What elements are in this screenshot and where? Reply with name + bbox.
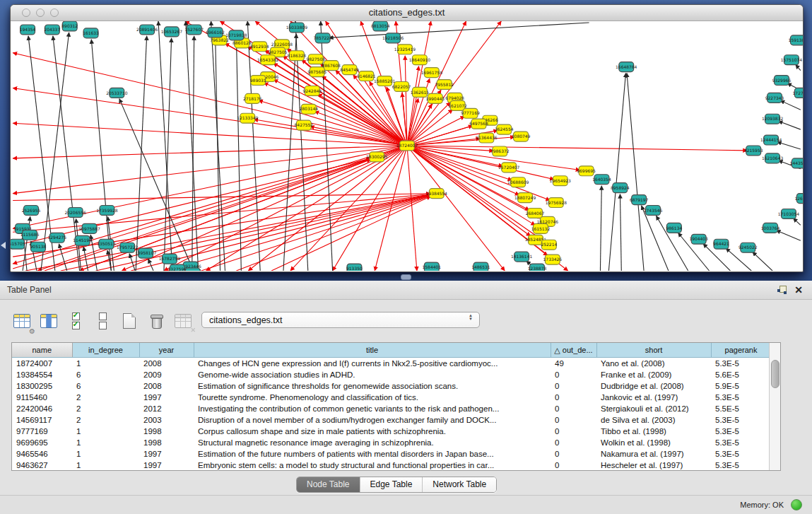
- select-all-icon[interactable]: [65, 310, 86, 332]
- graph-node[interactable]: 1733426: [543, 255, 563, 264]
- graph-node[interactable]: 15751074: [781, 55, 803, 65]
- graph-node[interactable]: 3624554: [495, 124, 514, 134]
- graph-node[interactable]: 1443549: [790, 158, 803, 168]
- table-row[interactable]: 977716911998Corpus callosum shape and si…: [12, 426, 771, 437]
- graph-node[interactable]: 18807249: [514, 193, 536, 203]
- tab-edge-table[interactable]: Edge Table: [360, 477, 423, 492]
- graph-node[interactable]: 12093832: [762, 114, 784, 124]
- graph-node[interactable]: 20206556: [65, 208, 87, 218]
- graph-node[interactable]: 8215953: [744, 146, 763, 156]
- graph-node[interactable]: 1350513: [97, 239, 116, 249]
- graph-node[interactable]: 6879197: [630, 195, 649, 205]
- graph-node[interactable]: 10688609: [507, 177, 529, 187]
- graph-node[interactable]: 16033809: [286, 23, 308, 33]
- graph-node[interactable]: 9227343: [765, 93, 784, 103]
- graph-node[interactable]: 2718176: [243, 93, 262, 103]
- graph-node[interactable]: 1591380: [789, 35, 803, 45]
- tab-network-table[interactable]: Network Table: [423, 477, 496, 492]
- graph-node[interactable]: 1081130: [183, 268, 202, 271]
- table-row[interactable]: 1456911722003Disruption of a novel membe…: [12, 414, 771, 426]
- graph-node[interactable]: 964421: [713, 239, 729, 249]
- table-row[interactable]: 1830029562008Estimation of significance …: [12, 380, 771, 392]
- graph-node[interactable]: 1486531: [471, 262, 490, 271]
- graph-node[interactable]: 1003764: [761, 223, 780, 233]
- table-vertical-scrollbar[interactable]: [769, 343, 780, 470]
- graph-node[interactable]: 194354: [20, 25, 36, 35]
- graph-node[interactable]: 9777169: [461, 108, 480, 118]
- float-panel-icon[interactable]: [775, 284, 788, 296]
- graph-node[interactable]: 10653267: [161, 27, 183, 37]
- graph-node[interactable]: 905138: [30, 242, 47, 252]
- graph-node[interactable]: 1527607: [184, 25, 204, 35]
- graph-node[interactable]: 1263146: [795, 194, 803, 204]
- table-options-icon[interactable]: ⚙: [11, 310, 33, 332]
- graph-node[interactable]: 1743546: [644, 206, 663, 216]
- graph-node[interactable]: 8958924: [611, 183, 630, 193]
- column-header-out_de[interactable]: △ out_de...: [551, 343, 596, 358]
- graph-node[interactable]: 2803144: [300, 104, 319, 114]
- graph-node[interactable]: 1640354: [592, 175, 611, 185]
- window-titlebar[interactable]: citations_edges.txt: [11, 5, 803, 21]
- memory-status-indicator[interactable]: [791, 499, 802, 510]
- graph-node[interactable]: 161633: [83, 28, 99, 38]
- graph-node[interactable]: 9242848: [302, 86, 322, 95]
- graph-node[interactable]: 8454749: [340, 65, 359, 75]
- graph-node[interactable]: 252214: [541, 240, 557, 250]
- column-header-in_degree[interactable]: in_degree: [72, 343, 139, 358]
- tab-node-table[interactable]: Node Table: [297, 477, 360, 492]
- graph-node[interactable]: 6966162: [206, 28, 225, 37]
- graph-node[interactable]: 913350: [346, 264, 363, 271]
- graph-node[interactable]: 20533710: [106, 88, 128, 98]
- collapse-panel-arrow-icon[interactable]: [1, 242, 6, 249]
- table-row[interactable]: 911546021997Tourette syndrome. Phenomeno…: [12, 392, 771, 403]
- scrollbar-thumb[interactable]: [771, 360, 779, 388]
- graph-node[interactable]: 9245022: [739, 243, 758, 252]
- graph-node[interactable]: 1145194: [73, 235, 92, 245]
- table-row[interactable]: 946362711997Embryonic stem cells: a mode…: [12, 460, 771, 471]
- unselect-all-icon[interactable]: [92, 310, 113, 332]
- close-panel-icon[interactable]: ✕: [792, 284, 805, 296]
- graph-node[interactable]: 7857224: [313, 33, 332, 43]
- graph-node[interactable]: 989031: [250, 76, 266, 86]
- graph-node[interactable]: 1115686: [20, 230, 40, 240]
- graph-node[interactable]: 7955812: [435, 80, 454, 90]
- graph-node[interactable]: 9699695: [577, 166, 596, 176]
- graph-node[interactable]: 1904403: [689, 234, 708, 244]
- table-row[interactable]: 969969511998Structural magnetic resonanc…: [12, 437, 771, 448]
- graph-node[interactable]: 8427552: [295, 120, 314, 130]
- graph-node[interactable]: 12325419: [394, 45, 416, 54]
- graph-node[interactable]: 1080749: [512, 132, 531, 141]
- show-columns-icon[interactable]: [38, 310, 59, 332]
- graph-node[interactable]: 8912934: [250, 42, 269, 52]
- delete-table-icon[interactable]: [146, 310, 167, 332]
- graph-node[interactable]: 18640910: [409, 55, 431, 65]
- graph-node[interactable]: 890312: [61, 21, 78, 31]
- table-row[interactable]: 2242004622012Investigating the contribut…: [12, 403, 771, 414]
- column-header-year[interactable]: year: [139, 343, 194, 358]
- graph-node[interactable]: 19384554: [426, 189, 448, 199]
- graph-node[interactable]: 515705: [11, 239, 25, 249]
- graph-node[interactable]: 2526955: [22, 206, 41, 216]
- graph-node[interactable]: 8813054: [371, 21, 390, 31]
- table-row[interactable]: 1938455462009Genome-wide association stu…: [12, 369, 771, 380]
- graph-node[interactable]: 17103054: [778, 209, 800, 218]
- column-header-pagerank[interactable]: pagerank: [711, 343, 771, 358]
- graph-node[interactable]: 1584401: [423, 262, 442, 271]
- graph-node[interactable]: 204337: [44, 25, 60, 35]
- network-view-window[interactable]: citations_edges.txt 18724007183002951938…: [10, 4, 804, 272]
- graph-node[interactable]: 9875685: [307, 67, 326, 77]
- graph-node[interactable]: 986134: [666, 223, 682, 233]
- graph-node[interactable]: 20891406: [136, 25, 158, 35]
- graph-node[interactable]: 16961758: [421, 68, 443, 78]
- split-divider-handle[interactable]: [401, 274, 411, 280]
- graph-node[interactable]: 6822057: [392, 82, 411, 92]
- column-header-title[interactable]: title: [194, 343, 551, 358]
- graph-node[interactable]: 6497568: [469, 119, 488, 129]
- graph-node[interactable]: 1990443: [426, 93, 445, 103]
- graph-node[interactable]: 9146821: [357, 71, 376, 81]
- graph-node[interactable]: 16648784: [616, 62, 637, 72]
- new-table-icon[interactable]: [119, 310, 140, 332]
- graph-node[interactable]: 9329966: [772, 76, 792, 86]
- graph-node[interactable]: 12444154: [760, 135, 782, 145]
- graph-node[interactable]: 1727345: [793, 88, 803, 98]
